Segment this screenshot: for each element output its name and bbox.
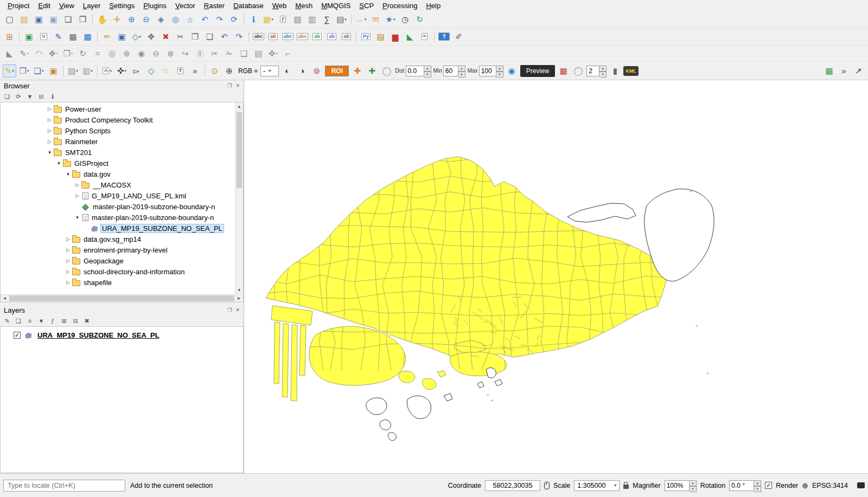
open-attribute-table-icon[interactable]: ▥ [305, 13, 319, 26]
cut-features-icon[interactable]: ✂ [174, 30, 187, 43]
cumulative-stretch-icon[interactable]: ◐ [280, 64, 294, 78]
circular-string-icon[interactable]: ◠ [32, 47, 46, 60]
open-data-source-manager-icon[interactable]: ⊞ [3, 30, 16, 43]
menu-plugins[interactable]: Plugins [139, 1, 171, 10]
scale-combo[interactable]: 1:305000 ▾ [574, 480, 620, 491]
fill-ring-icon[interactable]: ◉ [135, 47, 148, 60]
new-print-layout-icon[interactable]: ❏ [61, 13, 75, 26]
preview-undo-icon[interactable]: ◯ [571, 64, 585, 78]
toolbar-overflow-icon[interactable]: » [837, 64, 851, 78]
temporal-controller-icon[interactable]: ◷ [398, 13, 412, 26]
pin-labels-icon[interactable]: abc [281, 30, 295, 43]
merge-features-icon[interactable]: ❑ [237, 47, 251, 60]
reshape-features-icon[interactable]: ↪ [178, 47, 192, 60]
menu-vector[interactable]: Vector [171, 1, 200, 10]
raster-group-icon[interactable]: ▨ [66, 64, 80, 78]
undo-icon[interactable]: ↶ [218, 30, 231, 43]
refresh-layers-icon[interactable]: ↻ [413, 13, 426, 26]
zoom-in-icon[interactable]: ⊕ [125, 13, 138, 26]
pan-map-icon[interactable]: ✋ [95, 13, 109, 26]
locate-input[interactable] [3, 480, 125, 492]
collapse-arrow-icon[interactable]: ▾ [46, 150, 53, 155]
scp-pointer-icon[interactable]: ⊚ [310, 64, 323, 78]
auto-label-icon[interactable]: A [100, 64, 114, 78]
delete-part-icon[interactable]: ⊗ [164, 47, 177, 60]
text-annotation-icon[interactable]: T [174, 64, 187, 78]
layer-diagram-icon[interactable]: ab [266, 30, 280, 43]
tree-item-enrolment-primary-by-level[interactable]: ▷enrolment-primary-by-level [1, 244, 235, 255]
magnifier-spinner[interactable]: 100% ▲▼ [665, 480, 697, 491]
zoom-to-layer-icon[interactable]: ⌂ [183, 13, 197, 26]
menu-project[interactable]: Project [3, 1, 34, 10]
menu-mmqgis[interactable]: MMQGIS [317, 1, 355, 10]
add-part-icon[interactable]: ⊕ [120, 47, 133, 60]
layer-styling-icon[interactable]: ✎ [2, 316, 12, 326]
scrollbar-thumb[interactable] [237, 112, 242, 188]
tree-item-smt201[interactable]: ▾SMT201 [1, 147, 235, 158]
menu-processing[interactable]: Processing [378, 1, 422, 10]
vertex-tool-icon[interactable]: ✜ [266, 47, 280, 60]
cad-construction-icon[interactable]: ✎ [17, 47, 31, 60]
copy-move-feature-icon[interactable]: ❐ [61, 47, 75, 60]
browser-filter-icon[interactable]: ▼ [25, 92, 35, 101]
coordinate-input[interactable] [485, 480, 540, 491]
threshold-spin[interactable]: 2▲▼ [586, 66, 607, 76]
preview-button[interactable]: Preview [520, 65, 556, 77]
tree-item-macosx[interactable]: ▷__MACOSX [1, 179, 235, 190]
trim-extend-icon[interactable]: ⌐ [281, 47, 295, 60]
zoom-full-extent-icon[interactable]: ◈ [154, 13, 168, 26]
show-layout-manager-icon[interactable]: ❐ [76, 13, 90, 26]
expand-arrow-icon[interactable]: ▷ [65, 269, 72, 274]
rotate-label-icon[interactable]: ab [325, 30, 339, 43]
zoom-last-icon[interactable]: ↶ [198, 13, 212, 26]
manage-themes-icon[interactable]: ≡ [25, 316, 35, 326]
new-virtual-layer-icon[interactable]: ▦ [66, 30, 80, 43]
roi-field[interactable]: ROI [325, 66, 349, 76]
map-tips-icon[interactable]: ✉ [369, 13, 382, 26]
map-theme-icon[interactable]: ❑ [32, 64, 46, 78]
scroll-left-icon[interactable]: ◄ [1, 296, 9, 301]
scp-overview-icon[interactable]: ⊙ [208, 64, 221, 78]
select-features-icon[interactable]: ▦ [261, 13, 275, 26]
tree-item-data-gov-sg-mp14[interactable]: ▷data.gov.sg_mp14 [1, 234, 235, 244]
tree-item-product-competency-toolkit[interactable]: ▷Product Competency Toolkit [1, 114, 235, 125]
tree-item-gisproject[interactable]: ▾GISProject [1, 158, 235, 169]
merge-attributes-icon[interactable]: ▤ [252, 47, 265, 60]
field-calculator-icon[interactable]: ∑ [320, 13, 334, 26]
browser-properties-icon[interactable]: ℹ [48, 92, 58, 101]
delete-ring-icon[interactable]: ⊖ [149, 47, 163, 60]
menu-database[interactable]: Database [229, 1, 268, 10]
browser-vertical-scrollbar[interactable]: ▲ ▼ [235, 102, 243, 294]
spinner-arrows-icon[interactable]: ▲▼ [754, 480, 761, 491]
enable-advanced-digitizing-icon[interactable]: ◣ [3, 47, 16, 60]
filter-expression-icon[interactable]: ƒ [48, 316, 58, 326]
help-contents-icon[interactable]: ? [437, 30, 451, 43]
menu-settings[interactable]: Settings [105, 1, 139, 10]
scroll-up-icon[interactable]: ▲ [235, 102, 243, 111]
move-label-icon[interactable]: ab [310, 30, 324, 43]
dist-spin[interactable]: Dist0.0▲▼ [395, 66, 431, 76]
scrollbar-thumb-h[interactable] [9, 295, 234, 301]
rotate-feature-icon[interactable]: ↻ [76, 47, 90, 60]
tree-item-geopackage[interactable]: ▷Geopackage [1, 255, 235, 266]
save-project-as-icon[interactable]: ▣ [47, 13, 60, 26]
spinner-arrows-icon[interactable]: ▲▼ [690, 480, 697, 491]
menu-mesh[interactable]: Mesh [291, 1, 317, 10]
stddev-stretch-icon[interactable]: ◑ [295, 64, 309, 78]
identify-features-icon[interactable]: ℹ [247, 13, 260, 26]
remove-layer-icon[interactable]: ✖ [82, 316, 92, 326]
expand-arrow-icon[interactable]: ▷ [65, 247, 72, 253]
expand-all-icon[interactable]: ⊞ [59, 316, 69, 326]
browser-add-layers-icon[interactable]: ❏ [2, 92, 12, 101]
layer-row[interactable]: URA_MP19_SUBZONE_NO_SEA_PL [1, 329, 243, 341]
tree-item-shapefile[interactable]: ▷shapefile [1, 277, 235, 288]
layer-style-copy-icon[interactable]: ❐ [17, 64, 31, 78]
polygon-annotation-icon[interactable]: ◇ [144, 64, 158, 78]
open-project-icon[interactable]: ▤ [17, 13, 31, 26]
rgb-combo[interactable]: -▾ [260, 66, 279, 76]
menu-layer[interactable]: Layer [79, 1, 105, 10]
collapse-arrow-icon[interactable]: ▾ [55, 160, 62, 166]
move-feature-icon[interactable]: ✥ [144, 30, 158, 43]
expand-arrow-icon[interactable]: ▷ [65, 236, 72, 242]
new-project-icon[interactable]: ▢ [3, 13, 16, 26]
